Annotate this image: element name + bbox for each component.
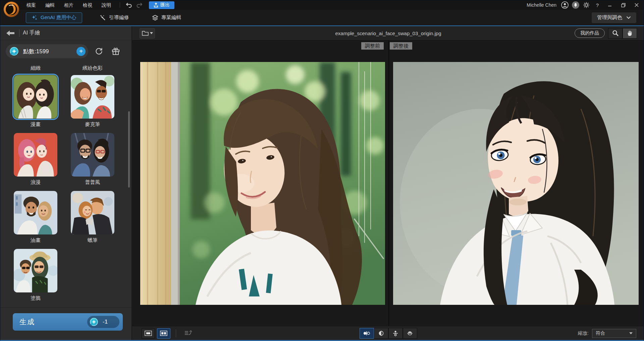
help-button[interactable]: ? (593, 2, 601, 8)
pan-tool-button[interactable] (623, 28, 637, 39)
style-label-manga: 漫畫 (14, 121, 57, 128)
minimize-button[interactable] (605, 1, 615, 9)
generate-area: 生成 -1 (0, 308, 131, 340)
style-label-doodle: 塗鴉 (14, 295, 57, 301)
title-bar: 檔案 編輯 相片 檢視 說明 匯出 Michelle Chen ? (0, 0, 644, 10)
credits-coin-icon (89, 317, 99, 327)
compare-view-button[interactable] (157, 328, 170, 339)
rewards-gift-button[interactable] (110, 45, 122, 57)
after-image[interactable] (393, 62, 639, 305)
app-logo-icon (3, 1, 20, 18)
undo-button[interactable] (124, 1, 134, 9)
points-pill: 點數:1599 + (6, 44, 88, 58)
generate-button[interactable]: 生成 -1 (13, 313, 123, 331)
manage-color-dropdown[interactable]: 管理與調色 (592, 12, 636, 23)
generate-cost: -1 (103, 319, 108, 325)
side-by-side-icon (363, 331, 370, 336)
app-window: 檔案 編輯 相片 檢視 說明 匯出 Michelle Chen ? (0, 0, 644, 341)
menu-file[interactable]: 檔案 (22, 0, 41, 10)
menu-help[interactable]: 說明 (97, 0, 116, 10)
compare-split-tb-button[interactable] (403, 328, 417, 339)
menu-edit[interactable]: 編輯 (41, 0, 59, 10)
back-arrow-icon (6, 30, 14, 36)
menu-photo[interactable]: 相片 (59, 0, 78, 10)
layers-icon (152, 15, 158, 21)
account-avatar-icon[interactable] (561, 1, 569, 9)
pane-divider[interactable] (388, 41, 389, 326)
hand-icon (627, 30, 633, 36)
canvas-tools (608, 28, 637, 39)
before-image[interactable] (140, 62, 385, 305)
copy-adjustments-button[interactable] (181, 328, 195, 339)
compare-split-lr-button[interactable] (374, 328, 388, 339)
gift-icon (111, 47, 120, 56)
after-tag[interactable]: 調整後 (390, 42, 412, 50)
export-button[interactable]: 匯出 (149, 1, 174, 9)
compare-top-bottom-button[interactable] (388, 328, 403, 339)
folder-icon (142, 30, 149, 36)
caret-down-icon (629, 332, 633, 334)
tab-guided-label: 引導編修 (109, 14, 129, 21)
notifications-bell-icon[interactable] (572, 1, 579, 9)
redo-button[interactable] (134, 1, 144, 9)
style-item-romantic[interactable]: 浪漫 (14, 133, 57, 186)
style-item-pop[interactable]: 普普風 (71, 133, 114, 186)
tab-guided-edit[interactable]: 引導編修 (94, 12, 135, 23)
compare-mode-group (360, 328, 417, 339)
my-works-label: 我的作品 (580, 30, 599, 36)
menu-view[interactable]: 檢視 (78, 0, 97, 10)
style-item-doodle[interactable]: 塗鴉 (14, 249, 57, 301)
style-thumb-manga (14, 75, 57, 119)
export-label: 匯出 (160, 2, 170, 8)
compare-side-by-side-button[interactable] (360, 328, 374, 339)
restore-button[interactable] (618, 1, 628, 9)
style-item-oil[interactable]: 油畫 (14, 191, 57, 244)
refresh-points-button[interactable] (93, 45, 105, 57)
split-lr-icon (377, 331, 385, 336)
before-tag[interactable]: 調整前 (361, 42, 384, 50)
generate-cost-pill: -1 (87, 316, 119, 328)
generate-label: 生成 (19, 317, 35, 327)
tab-genai-hub[interactable]: GenAI 應用中心 (26, 12, 82, 23)
style-label-crayon: 蠟筆 (71, 237, 114, 244)
style-label-vivid[interactable]: 繽紛色彩 (71, 65, 114, 72)
refresh-icon (95, 47, 103, 56)
style-item-marker[interactable]: 麥克筆 (71, 75, 114, 128)
tab-pro-label: 專業編輯 (161, 14, 181, 21)
styles-scrollbar[interactable] (128, 111, 130, 188)
style-thumb-pop (71, 133, 114, 177)
add-points-button[interactable]: + (76, 47, 86, 56)
split-view-icon (160, 331, 167, 336)
browse-folder-button[interactable] (140, 28, 155, 39)
active-filename: example_scenario_ai_face_swap_03_origin.… (132, 30, 644, 36)
manage-color-label: 管理與調色 (597, 14, 622, 21)
single-view-icon (145, 331, 152, 336)
style-thumb-marker (71, 75, 114, 119)
style-item-manga[interactable]: 漫畫 (14, 75, 57, 128)
mode-toolbar: GenAI 應用中心 引導編修 專業編輯 管理與調色 (0, 10, 644, 25)
style-label-marker: 麥克筆 (71, 121, 114, 128)
style-label-fine[interactable]: 細緻 (14, 65, 57, 72)
canvas-footer: 縮放: 符合 (132, 326, 644, 340)
export-icon (154, 3, 158, 8)
my-works-button[interactable]: 我的作品 (575, 28, 605, 38)
points-row: 點數:1599 + (0, 40, 131, 62)
user-name: Michelle Chen (527, 2, 556, 8)
close-button[interactable] (632, 1, 642, 9)
split-tb-icon (407, 330, 413, 336)
zoom-label: 縮放: (578, 330, 589, 336)
single-view-button[interactable] (142, 328, 155, 339)
style-label-pop: 普普風 (71, 179, 114, 186)
back-button[interactable] (4, 28, 17, 38)
zoom-tool-button[interactable] (608, 28, 623, 39)
settings-gear-icon[interactable] (583, 1, 590, 9)
style-item-crayon[interactable]: 蠟筆 (71, 191, 114, 244)
zoom-level-select[interactable]: 符合 (592, 329, 636, 338)
canvas-region: example_scenario_ai_face_swap_03_origin.… (132, 26, 644, 340)
top-bottom-icon (392, 330, 398, 336)
tab-pro-edit[interactable]: 專業編輯 (147, 12, 187, 23)
style-thumb-oil (14, 191, 57, 234)
sparkles-icon (32, 15, 38, 21)
copy-adjustments-icon (184, 330, 192, 336)
style-thumb-romantic (14, 133, 57, 177)
